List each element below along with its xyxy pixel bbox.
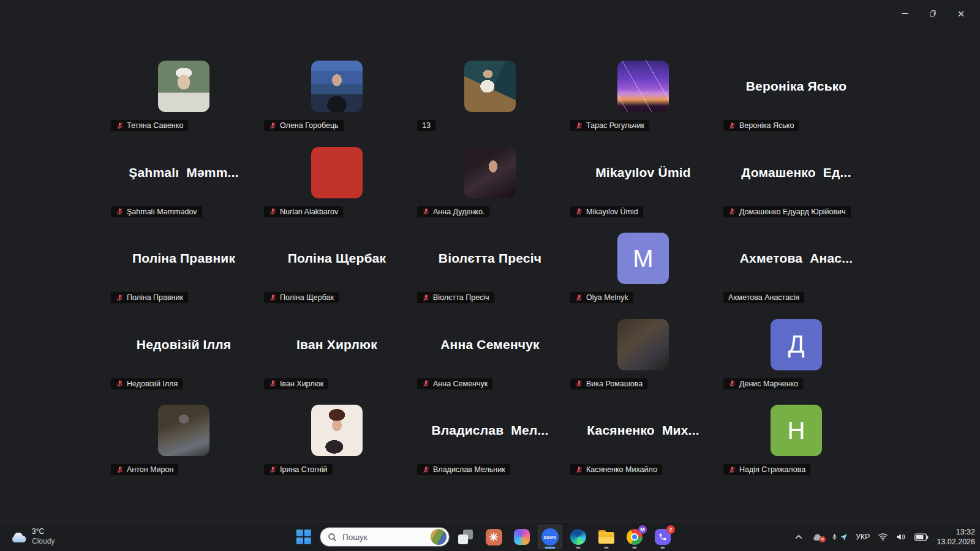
clock-time: 13:32 — [937, 527, 975, 537]
participant-tile[interactable]: Домашенко Ед...Домашенко Едуард Юрійович — [720, 140, 873, 226]
participant-tile[interactable]: Іван ХирлюкІван Хирлюк — [260, 312, 413, 398]
battery-icon — [914, 533, 929, 541]
onedrive-status-icon[interactable]: ✕ — [811, 533, 823, 541]
participant-tile[interactable]: ННадія Стрижалова — [720, 397, 873, 484]
muted-mic-icon — [269, 380, 277, 388]
participant-tile[interactable]: Тарас Рогульчик — [567, 53, 720, 140]
participant-tile[interactable]: Владислав Мел...Владислав Мельник — [413, 397, 567, 484]
restore-button[interactable] — [919, 4, 947, 23]
participant-avatar-photo — [158, 61, 209, 112]
search-box[interactable]: Пошук — [320, 527, 450, 547]
language-indicator[interactable]: УКР — [856, 533, 870, 541]
search-placeholder: Пошук — [342, 533, 425, 542]
participant-tile[interactable]: MOlya Melnyk — [567, 225, 720, 312]
cloud-icon — [9, 530, 27, 544]
participant-tile[interactable]: Mikayılov ÜmidMikayılov Ümid — [567, 140, 720, 226]
running-indicator — [661, 547, 665, 549]
participant-name-tag: Олена Горобець — [263, 119, 344, 132]
muted-mic-icon — [116, 466, 124, 474]
participant-tile[interactable]: Вероніка ЯськоВероніка Ясько — [720, 53, 873, 140]
participant-name-tag: Поліна Правник — [110, 291, 189, 304]
muted-mic-icon — [269, 208, 277, 216]
participant-name-label: Mikayılov Ümid — [586, 208, 638, 216]
start-button[interactable] — [292, 525, 316, 549]
taskbar-app-copilot[interactable] — [510, 525, 534, 549]
taskbar-app-edge[interactable] — [566, 525, 590, 549]
participant-tile[interactable]: Şahmalı Məmm...Şahmalı Məmmədov — [107, 140, 260, 226]
taskbar-app-file-explorer[interactable] — [594, 525, 619, 549]
participant-tile[interactable]: Касяненко Мих...Касяненко Михайло — [567, 397, 720, 484]
zoom-icon: zoom — [541, 528, 559, 545]
participant-tile[interactable]: Поліна ПравникПоліна Правник — [107, 225, 260, 312]
participant-name-tag: Mikayılov Ümid — [570, 206, 644, 218]
mic-icon — [831, 533, 838, 541]
participant-tile[interactable]: Олена Горобець — [260, 53, 413, 140]
zoom-meeting-window: ✕ Тетяна СавенкоОлена Горобець13Тарас Ро… — [0, 0, 980, 551]
participant-tile[interactable]: ДДенис Марченко — [720, 312, 873, 398]
participant-tile[interactable]: Ахметова Анас...Ахметова Анастасія — [720, 225, 873, 312]
taskbar-app-chrome[interactable]: M — [622, 525, 647, 549]
participant-name-label: Антон Мирон — [127, 465, 173, 474]
location-in-use-icon — [840, 533, 848, 541]
weather-widget[interactable]: 3°C Cloudy — [9, 525, 55, 549]
participant-tile[interactable]: Віолєтта ПресічВіолєтта Пресіч — [413, 225, 567, 312]
participant-name-tag: Анна Семенчук — [417, 378, 493, 390]
participant-avatar-photo — [617, 61, 669, 112]
participant-name-label: Поліна Щербак — [280, 293, 334, 302]
volume-icon — [896, 533, 907, 541]
tray-chevron-button[interactable] — [794, 534, 803, 540]
participant-name-tag: Іван Хирлюк — [263, 378, 329, 390]
participant-tile[interactable]: Вика Ромашова — [567, 312, 720, 398]
taskbar-app-zoom[interactable]: zoom — [538, 525, 562, 549]
minimize-button[interactable] — [891, 4, 919, 23]
participant-name-label: Şahmalı Məmmədov — [127, 208, 197, 216]
participant-name-tag: Тетяна Савенко — [110, 119, 189, 132]
avatar-letter: Н — [788, 417, 805, 444]
muted-mic-icon — [575, 466, 583, 474]
app-badge: 2 — [666, 525, 675, 534]
app-badge: M — [638, 525, 647, 534]
participant-name-tag: Тарас Рогульчик — [570, 119, 650, 132]
volume-button[interactable] — [896, 533, 907, 541]
participant-tile[interactable]: Анна СеменчукАнна Семенчук — [413, 312, 567, 398]
muted-mic-icon — [422, 208, 430, 216]
participant-name-tag: Надія Стрижалова — [723, 463, 811, 476]
edge-icon — [570, 529, 586, 545]
participant-display-name: Вероніка Ясько — [720, 79, 873, 94]
muted-mic-icon — [728, 466, 736, 474]
participant-name-tag: Ірина Стогній — [263, 463, 333, 476]
search-icon — [328, 533, 337, 542]
participant-name-label: Іван Хирлюк — [280, 380, 323, 388]
muted-mic-icon — [575, 208, 583, 216]
participant-tile[interactable]: Тетяна Савенко — [107, 53, 260, 140]
taskbar: 3°C Cloudy Пошук zoomM2 ✕ — [0, 522, 980, 551]
taskbar-app-viber[interactable]: 2 — [650, 525, 675, 549]
participant-avatar-letter: Д — [771, 319, 822, 370]
participant-name-label: Вика Ромашова — [586, 380, 643, 388]
mic-in-use-indicator[interactable] — [831, 533, 848, 541]
battery-button[interactable] — [914, 533, 929, 541]
muted-mic-icon — [575, 122, 583, 130]
wifi-button[interactable] — [878, 533, 888, 541]
taskbar-app-claude[interactable] — [481, 525, 506, 549]
taskbar-app-task-view[interactable] — [453, 525, 478, 549]
participant-tile[interactable]: 13 — [413, 53, 567, 140]
participant-name-label: Olya Melnyk — [586, 293, 628, 302]
participant-tile[interactable]: Nurlan Alakbarov — [260, 140, 413, 226]
participant-name-label: Тетяна Савенко — [127, 121, 183, 130]
participant-tile[interactable]: Недовізій ІлляНедовізій Ілля — [107, 312, 260, 398]
participant-tile[interactable]: Анна Дуденко. — [413, 140, 567, 226]
close-button[interactable]: ✕ — [947, 4, 975, 23]
participant-display-name: Іван Хирлюк — [260, 337, 413, 352]
participant-name-label: Надія Стрижалова — [739, 465, 805, 474]
participant-tile[interactable]: Поліна ЩербакПоліна Щербак — [260, 225, 413, 312]
participant-name-label: Недовізій Ілля — [127, 380, 178, 388]
muted-mic-icon — [269, 466, 277, 474]
clock[interactable]: 13:32 13.02.2026 — [937, 527, 975, 547]
muted-mic-icon — [728, 380, 736, 388]
participant-tile[interactable]: Ірина Стогній — [260, 397, 413, 484]
participant-tile[interactable]: Антон Мирон — [107, 397, 260, 484]
search-daily-image[interactable] — [431, 529, 447, 545]
muted-mic-icon — [116, 122, 124, 130]
participant-display-name: Касяненко Мих... — [567, 423, 720, 438]
